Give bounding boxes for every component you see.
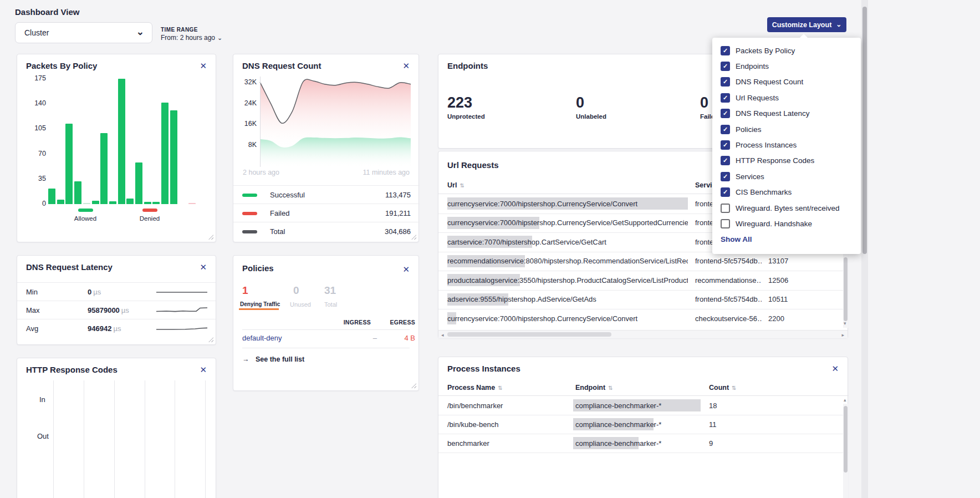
column-header-count[interactable]: Count⇅ bbox=[709, 384, 737, 392]
service-text: checkoutservice-56… bbox=[695, 314, 762, 323]
policy-link-default-deny[interactable]: default-deny bbox=[242, 334, 282, 342]
table-row[interactable]: benchmarkercompliance-benchmarker-*9 bbox=[438, 434, 849, 453]
menu-item-url-requests[interactable]: ✓Url Requests bbox=[712, 90, 861, 105]
sort-icon[interactable]: ⇅ bbox=[460, 182, 464, 189]
checkbox-checked-icon[interactable]: ✓ bbox=[721, 125, 730, 134]
bar-allowed-9[interactable] bbox=[126, 199, 134, 204]
bar-allowed-14[interactable] bbox=[170, 110, 177, 204]
bar-allowed-2[interactable] bbox=[65, 124, 73, 204]
count-text: 9 bbox=[709, 439, 713, 448]
checkbox-checked-icon[interactable]: ✓ bbox=[721, 140, 730, 150]
menu-item-policies[interactable]: ✓Policies bbox=[712, 121, 861, 137]
table-vertical-scrollbar[interactable] bbox=[843, 404, 848, 498]
bar-allowed-7[interactable] bbox=[109, 201, 116, 204]
see-full-list-link[interactable]: → See the full list bbox=[242, 355, 304, 363]
checkbox-unchecked-icon[interactable] bbox=[721, 219, 730, 228]
resize-handle[interactable] bbox=[411, 383, 416, 388]
card-title: Url Requests bbox=[447, 160, 499, 170]
scrollbar-thumb[interactable] bbox=[844, 257, 848, 321]
process-name-cell: benchmarker bbox=[447, 434, 569, 453]
close-icon[interactable]: ✕ bbox=[402, 265, 410, 275]
table-row[interactable]: recommendationservice:8080/hipstershop.R… bbox=[438, 252, 849, 272]
table-row[interactable]: /bin/kube-benchcompliance-benchmarker-*1… bbox=[438, 415, 849, 434]
resize-handle[interactable] bbox=[208, 337, 213, 342]
checkbox-checked-icon[interactable]: ✓ bbox=[721, 93, 730, 103]
tab-total[interactable]: Total bbox=[324, 301, 337, 308]
scroll-down-icon[interactable]: ▾ bbox=[844, 321, 846, 326]
bar-allowed-12[interactable] bbox=[152, 202, 160, 204]
bar-allowed-4[interactable] bbox=[83, 203, 90, 204]
checkbox-checked-icon[interactable]: ✓ bbox=[721, 172, 730, 181]
menu-item-dns-request-count[interactable]: ✓DNS Request Count bbox=[712, 74, 861, 90]
bar-allowed-6[interactable] bbox=[100, 133, 108, 204]
page-scrollbar-thumb[interactable] bbox=[862, 7, 867, 254]
bar-allowed-10[interactable] bbox=[135, 162, 142, 204]
menu-item-packets-by-policy[interactable]: ✓Packets By Policy bbox=[712, 43, 861, 58]
show-all-link[interactable]: Show All bbox=[721, 235, 752, 243]
menu-item-dns-request-latency[interactable]: ✓DNS Request Latency bbox=[712, 106, 861, 121]
bar-allowed-11[interactable] bbox=[144, 202, 151, 204]
close-icon[interactable]: ✕ bbox=[831, 364, 839, 374]
menu-item-services[interactable]: ✓Services bbox=[712, 169, 861, 184]
card-title: Process Instances bbox=[447, 364, 520, 373]
column-header-process-name[interactable]: Process Name⇅ bbox=[447, 384, 503, 392]
tab-denying-traffic[interactable]: Denying Traffic bbox=[240, 301, 280, 307]
time-range-from-dropdown[interactable]: From: 2 hours ago⌄ bbox=[161, 34, 222, 42]
scroll-right-icon[interactable]: ▸ bbox=[841, 332, 844, 338]
column-header-label: Endpoint bbox=[575, 384, 605, 392]
table-row[interactable]: productcatalogservice:3550/hipstershop.P… bbox=[438, 271, 849, 291]
table-horizontal-scrollbar[interactable]: ◂ ▸ bbox=[438, 330, 848, 338]
url-cell: cartservice:7070/hipstershop.CartService… bbox=[447, 232, 688, 252]
customize-layout-menu: ✓Packets By Policy✓Endpoints✓DNS Request… bbox=[712, 38, 861, 254]
menu-item-wireguard-handshake[interactable]: Wireguard. Handshake bbox=[712, 216, 861, 231]
checkbox-checked-icon[interactable]: ✓ bbox=[721, 46, 730, 55]
table-row[interactable]: /bin/benchmarkercompliance-benchmarker-*… bbox=[438, 396, 849, 415]
table-row[interactable]: adservice:9555/hipstershop.AdService/Get… bbox=[438, 290, 849, 310]
sparkline bbox=[156, 304, 208, 317]
menu-item-label: Process Instances bbox=[736, 141, 797, 149]
menu-item-label: Url Requests bbox=[736, 94, 779, 102]
menu-item-wireguard-bytes-sent-received[interactable]: Wireguard. Bytes sent/received bbox=[712, 200, 861, 216]
checkbox-checked-icon[interactable]: ✓ bbox=[721, 156, 730, 165]
tab-unused[interactable]: Unused bbox=[290, 301, 311, 308]
scrollbar-thumb[interactable] bbox=[844, 406, 848, 472]
scroll-up-icon[interactable]: ▴ bbox=[844, 397, 846, 403]
bar-allowed-0[interactable] bbox=[48, 189, 55, 204]
close-icon[interactable]: ✕ bbox=[200, 262, 207, 272]
checkbox-checked-icon[interactable]: ✓ bbox=[721, 62, 730, 71]
menu-item-cis-benchmarks[interactable]: ✓CIS Benchmarks bbox=[712, 185, 861, 200]
checkbox-checked-icon[interactable]: ✓ bbox=[721, 187, 730, 197]
close-icon[interactable]: ✕ bbox=[200, 61, 207, 71]
customize-layout-button[interactable]: Customize Layout ⌄ bbox=[767, 17, 846, 32]
chevron-down-icon: ⌄ bbox=[136, 26, 144, 38]
close-icon[interactable]: ✕ bbox=[402, 61, 410, 71]
bar-allowed-8[interactable] bbox=[118, 79, 125, 204]
bar-denied-0[interactable] bbox=[188, 203, 196, 204]
bar-allowed-1[interactable] bbox=[57, 200, 64, 204]
sort-icon[interactable]: ⇅ bbox=[732, 385, 736, 391]
menu-item-endpoints[interactable]: ✓Endpoints bbox=[712, 58, 861, 74]
bar-allowed-5[interactable] bbox=[92, 201, 99, 204]
table-row[interactable]: currencyservice:7000/hipstershop.Currenc… bbox=[438, 309, 849, 328]
checkbox-unchecked-icon[interactable] bbox=[721, 204, 730, 213]
bar-allowed-13[interactable] bbox=[161, 103, 169, 204]
scroll-left-icon[interactable]: ◂ bbox=[441, 332, 444, 338]
scrollbar-thumb[interactable] bbox=[447, 332, 611, 337]
column-header-endpoint[interactable]: Endpoint⇅ bbox=[575, 384, 613, 392]
service-text: frontend-5fc5754db… bbox=[695, 257, 762, 265]
checkbox-checked-icon[interactable]: ✓ bbox=[721, 109, 730, 118]
menu-item-http-response-codes[interactable]: ✓HTTP Response Codes bbox=[712, 153, 861, 169]
sort-icon[interactable]: ⇅ bbox=[608, 385, 612, 391]
legend-swatch bbox=[78, 209, 93, 212]
view-selector-dropdown[interactable]: Cluster ⌄ bbox=[15, 22, 152, 43]
chevron-down-icon: ⌄ bbox=[217, 34, 222, 41]
bar-allowed-3[interactable] bbox=[74, 181, 81, 204]
sort-icon[interactable]: ⇅ bbox=[498, 385, 502, 391]
legend-swatch bbox=[142, 209, 157, 212]
menu-item-process-instances[interactable]: ✓Process Instances bbox=[712, 137, 861, 153]
checkbox-checked-icon[interactable]: ✓ bbox=[721, 77, 730, 87]
column-header-url[interactable]: Url⇅ bbox=[447, 181, 465, 189]
close-icon[interactable]: ✕ bbox=[200, 365, 207, 375]
card-title: Endpoints bbox=[447, 61, 488, 70]
process-name-text: benchmarker bbox=[447, 439, 489, 448]
